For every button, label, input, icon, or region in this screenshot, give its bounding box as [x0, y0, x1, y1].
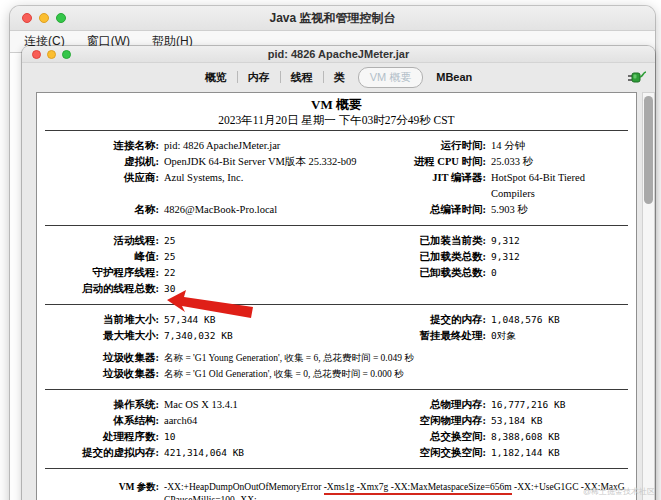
field-value: 14 分钟 — [491, 138, 630, 154]
field-label: 暂挂最终处理: — [370, 328, 491, 344]
field-value: 9,312 — [491, 233, 630, 249]
vm-args-section: VM 参数: -XX:+HeapDumpOnOutOfMemoryError -… — [43, 472, 630, 500]
desktop: { "window": { "title": "Java 监视和管理控制台" }… — [0, 0, 661, 500]
inner-minimize-button[interactable] — [47, 50, 56, 59]
field-value: 22 — [164, 265, 370, 281]
field-value: 10 — [164, 429, 370, 445]
field-value: 57,344 KB — [164, 312, 370, 328]
field-label: 最大堆大小: — [43, 328, 164, 344]
field-value: 53,184 KB — [491, 413, 630, 429]
watermark: @稀土掘金技术社区 — [583, 486, 655, 497]
inner-window-controls — [32, 46, 71, 62]
field-label: VM 参数: — [43, 481, 164, 500]
field-label: 提交的内存: — [370, 312, 491, 328]
field-label: 空闲物理内存: — [370, 413, 491, 429]
section-divider — [45, 130, 628, 131]
gc-collector-value: 名称 = 'G1 Old Generation', 收集 = 0, 总花费时间 … — [164, 366, 630, 382]
field-value: pid: 4826 ApacheJMeter.jar — [164, 138, 370, 154]
field-value: aarch64 — [164, 413, 370, 429]
inner-zoom-button[interactable] — [62, 50, 71, 59]
table-row: 名称: 4826@MacBook-Pro.local 总编译时间: 5.903 … — [43, 202, 630, 218]
field-value: 5.903 秒 — [491, 202, 630, 218]
table-row: 守护程序线程: 22 已卸载类总数: 0 — [43, 265, 630, 281]
field-value: HotSpot 64-Bit Tiered Compilers — [491, 170, 630, 202]
tab-memory[interactable]: 内存 — [238, 68, 280, 87]
table-row: 启动的线程总数: 30 — [43, 281, 630, 297]
tab-threads[interactable]: 线程 — [281, 68, 323, 87]
field-value: Mac OS X 13.4.1 — [164, 397, 370, 413]
table-row: 操作系统: Mac OS X 13.4.1 总物理内存: 16,777,216 … — [43, 397, 630, 413]
table-row: VM 参数: -XX:+HeapDumpOnOutOfMemoryError -… — [43, 481, 630, 500]
vm-args-value: -XX:+HeapDumpOnOutOfMemoryError -Xms1g -… — [164, 481, 630, 500]
close-button[interactable] — [22, 13, 32, 23]
field-label — [370, 281, 491, 297]
zoom-button[interactable] — [56, 13, 66, 23]
field-value: 30 — [164, 281, 370, 297]
tab-bar: 概览 内存 线程 类 VM 概要 MBean — [22, 63, 655, 91]
field-value: 9,312 — [491, 249, 630, 265]
tab-mbean[interactable]: MBean — [426, 69, 482, 85]
threads-classes-section: 活动线程: 25 已加装当前类: 9,312 峰值: 25 已加载类总数: 9,… — [43, 229, 630, 301]
field-value: 25 — [164, 249, 370, 265]
field-value: OpenJDK 64-Bit Server VM版本 25.332-b09 — [164, 154, 370, 170]
field-label: 总物理内存: — [370, 397, 491, 413]
field-value: 0 — [491, 265, 630, 281]
table-row: 体系结构: aarch64 空闲物理内存: 53,184 KB — [43, 413, 630, 429]
field-label: 当前堆大小: — [43, 312, 164, 328]
field-label: 连接名称: — [43, 138, 164, 154]
window-title: Java 监视和管理控制台 — [269, 10, 395, 27]
field-value: Azul Systems, Inc. — [164, 170, 370, 202]
inner-titlebar[interactable]: pid: 4826 ApacheJMeter.jar — [22, 46, 655, 63]
field-label: 启动的线程总数: — [43, 281, 164, 297]
table-row: 垃圾收集器: 名称 = 'G1 Young Generation', 收集 = … — [43, 350, 630, 366]
connection-section: 连接名称: pid: 4826 ApacheJMeter.jar 运行时间: 1… — [43, 134, 630, 222]
field-label: 守护程序线程: — [43, 265, 164, 281]
red-underline-annotation: -Xms1g -Xmx7g -XX:MaxMetaspaceSize=656m — [324, 482, 512, 495]
vm-summary-page: VM 概要 2023年11月20日 星期一 下午03时27分49秒 CST 连接… — [36, 92, 637, 500]
scrollbar-thumb[interactable] — [644, 96, 653, 204]
inner-window-title: pid: 4826 ApacheJMeter.jar — [268, 48, 409, 60]
inner-close-button[interactable] — [32, 50, 41, 59]
field-value: 25 — [164, 233, 370, 249]
field-label: 供应商: — [43, 170, 164, 202]
field-label: 提交的虚拟内存: — [43, 445, 164, 461]
section-divider — [45, 304, 628, 305]
field-value: 0对象 — [491, 328, 630, 344]
field-label: 空闲交换空间: — [370, 445, 491, 461]
field-label: 操作系统: — [43, 397, 164, 413]
table-row: 处理程序数: 10 总交换空间: 8,388,608 KB — [43, 429, 630, 445]
gc-collector-value: 名称 = 'G1 Young Generation', 收集 = 6, 总花费时… — [164, 350, 630, 366]
os-section: 操作系统: Mac OS X 13.4.1 总物理内存: 16,777,216 … — [43, 393, 630, 465]
outer-titlebar[interactable]: Java 监视和管理控制台 — [10, 6, 655, 31]
field-label: 总编译时间: — [370, 202, 491, 218]
field-label: 名称: — [43, 202, 164, 218]
section-divider — [45, 468, 628, 469]
field-label: 垃圾收集器: — [43, 350, 164, 366]
jconsole-window: Java 监视和管理控制台 连接(C) 窗口(W) 帮助(H) pid: 482… — [10, 6, 655, 500]
table-row: 当前堆大小: 57,344 KB 提交的内存: 1,048,576 KB — [43, 312, 630, 328]
field-value — [491, 281, 630, 297]
section-divider — [45, 389, 628, 390]
table-row: 供应商: Azul Systems, Inc. JIT 编译器: HotSpot… — [43, 170, 630, 202]
field-value: 25.033 秒 — [491, 154, 630, 170]
table-row: 垃圾收集器: 名称 = 'G1 Old Generation', 收集 = 0,… — [43, 366, 630, 382]
table-row: 活动线程: 25 已加装当前类: 9,312 — [43, 233, 630, 249]
field-label: 已加载类总数: — [370, 249, 491, 265]
table-row: 最大堆大小: 7,340,032 KB 暂挂最终处理: 0对象 — [43, 328, 630, 344]
field-label: 进程 CPU 时间: — [370, 154, 491, 170]
field-label: 峰值: — [43, 249, 164, 265]
field-label: 已卸载类总数: — [370, 265, 491, 281]
window-controls — [22, 6, 66, 30]
field-label: JIT 编译器: — [370, 170, 491, 202]
connected-plug-icon — [627, 69, 647, 88]
vertical-scrollbar[interactable] — [642, 92, 655, 500]
page-date: 2023年11月20日 星期一 下午03时27分49秒 CST — [43, 113, 630, 127]
minimize-button[interactable] — [39, 13, 49, 23]
tab-classes[interactable]: 类 — [324, 68, 355, 87]
tab-vm-summary[interactable]: VM 概要 — [358, 67, 424, 88]
table-row: 连接名称: pid: 4826 ApacheJMeter.jar 运行时间: 1… — [43, 138, 630, 154]
tab-overview[interactable]: 概览 — [195, 68, 237, 87]
section-divider — [45, 225, 628, 226]
table-row: 峰值: 25 已加载类总数: 9,312 — [43, 249, 630, 265]
field-label: 虚拟机: — [43, 154, 164, 170]
